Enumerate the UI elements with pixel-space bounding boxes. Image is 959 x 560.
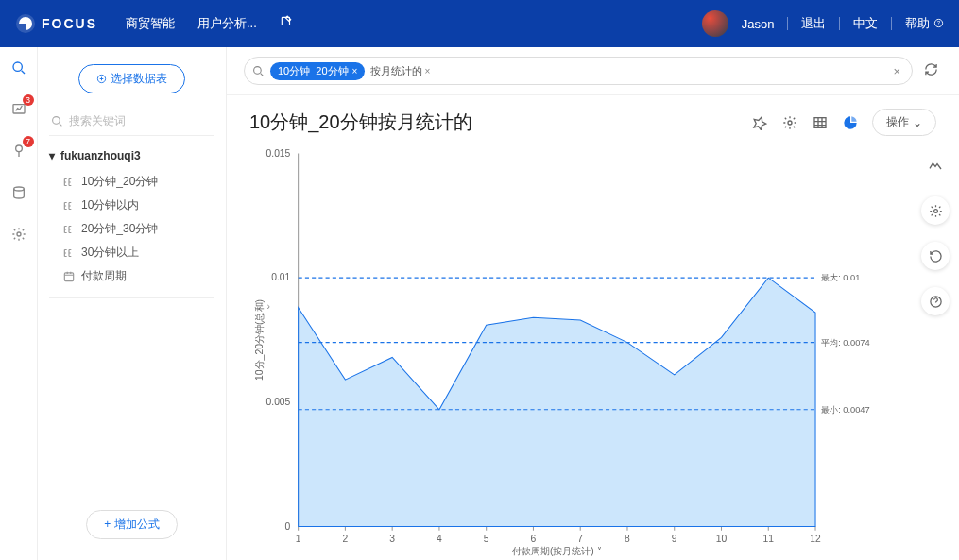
search-icon	[252, 65, 265, 77]
svg-text:7: 7	[577, 534, 583, 544]
tree-item[interactable]: 10分钟以内	[49, 194, 214, 217]
add-formula-button[interactable]: + 增加公式	[86, 510, 177, 539]
divider	[839, 17, 840, 30]
svg-text:?: ?	[937, 20, 940, 25]
sidebar: 选择数据表 ▾ fukuanzhouqi3 10分钟_20分钟 10分钟以内 2…	[38, 47, 227, 560]
calendar-icon	[62, 270, 76, 283]
svg-point-15	[933, 209, 937, 212]
divider	[49, 297, 214, 298]
search-icon	[51, 115, 63, 127]
sidebar-search[interactable]	[49, 110, 214, 136]
line-chart-icon[interactable]	[921, 151, 950, 179]
nav-item-edit-icon[interactable]	[280, 15, 293, 32]
select-table-button[interactable]: 选择数据表	[78, 64, 185, 93]
query-pill[interactable]: 10分钟_20分钟×	[270, 62, 365, 80]
tree-item[interactable]: 30分钟以上	[49, 241, 214, 264]
area-chart[interactable]: 00.0050.010.015123456789101112最大: 0.01平均…	[249, 144, 874, 556]
logout-link[interactable]: 退出	[801, 15, 826, 32]
svg-text:1: 1	[296, 534, 301, 544]
nav-item-user-analytics[interactable]: 用户分析...	[197, 15, 257, 32]
svg-point-10	[53, 116, 60, 124]
svg-text:最大: 0.01: 最大: 0.01	[821, 273, 860, 282]
svg-text:5: 5	[484, 534, 489, 544]
svg-text:4: 4	[437, 534, 442, 544]
svg-point-13	[788, 121, 792, 125]
data-icon[interactable]	[9, 183, 28, 202]
svg-text:11: 11	[763, 534, 775, 544]
brand-text: FOCUS	[42, 16, 97, 31]
page-title: 10分钟_20分钟按月统计的	[249, 110, 472, 135]
measure-icon	[62, 223, 76, 236]
caret-down-icon: ▾	[49, 149, 55, 162]
gear-icon[interactable]	[921, 196, 950, 225]
svg-point-6	[15, 145, 22, 152]
svg-text:10分_20分钟(总和): 10分_20分钟(总和)	[254, 299, 265, 381]
query-chip[interactable]: 按月统计的 ×	[370, 64, 430, 78]
query-bar: 10分钟_20分钟× 按月统计的 × ×	[227, 47, 959, 95]
tree-item[interactable]: 10分钟_20分钟	[49, 170, 214, 194]
tree-item[interactable]: 付款周期	[49, 264, 214, 288]
svg-point-4	[13, 62, 22, 71]
search-input[interactable]	[69, 114, 213, 127]
refresh-icon[interactable]	[920, 59, 942, 83]
chart-icon[interactable]	[842, 114, 859, 131]
table-icon[interactable]	[812, 114, 829, 131]
close-icon[interactable]: ×	[352, 66, 358, 76]
measure-icon	[62, 176, 76, 189]
svg-point-12	[254, 66, 262, 74]
svg-text:0.005: 0.005	[266, 397, 291, 407]
logo[interactable]: FOCUS	[15, 13, 97, 34]
svg-text:›: ›	[267, 301, 270, 312]
svg-point-8	[17, 232, 21, 236]
topbar-right: Jason 退出 中文 帮助 ?	[702, 10, 944, 37]
svg-text:3: 3	[389, 534, 395, 544]
svg-text:付款周期(按月统计)  ˅: 付款周期(按月统计) ˅	[512, 546, 601, 556]
settings-icon[interactable]	[9, 225, 28, 244]
username[interactable]: Jason	[742, 17, 775, 31]
divider	[787, 17, 788, 30]
operations-button[interactable]: 操作 ⌄	[872, 109, 936, 136]
topbar: FOCUS 商贸智能 用户分析... Jason 退出 中文 帮助 ?	[0, 0, 959, 47]
badge: 7	[23, 136, 34, 147]
search-icon[interactable]	[9, 59, 28, 77]
clear-query-icon[interactable]: ×	[893, 64, 904, 78]
help-link[interactable]: 帮助 ?	[905, 15, 944, 32]
logo-icon	[15, 13, 36, 34]
reset-icon[interactable]	[921, 242, 950, 270]
dashboard-icon[interactable]: 3	[9, 100, 28, 119]
tree-table-header[interactable]: ▾ fukuanzhouqi3	[49, 149, 214, 162]
svg-rect-11	[64, 272, 73, 280]
measure-icon	[62, 199, 76, 212]
svg-text:12: 12	[810, 534, 821, 544]
content: 10分钟_20分钟× 按月统计的 × × 10分钟_20分钟按月统计的 操作 ⌄	[227, 47, 959, 560]
query-input-box[interactable]: 10分钟_20分钟× 按月统计的 × ×	[244, 57, 913, 85]
chart-area: 00.0050.010.015123456789101112最大: 0.01平均…	[227, 144, 959, 560]
svg-text:平均: 0.0074: 平均: 0.0074	[821, 338, 869, 348]
title-row: 10分钟_20分钟按月统计的 操作 ⌄	[227, 95, 959, 144]
badge: 3	[23, 94, 34, 106]
top-nav: 商贸智能 用户分析...	[126, 15, 293, 32]
svg-text:2: 2	[343, 534, 349, 544]
svg-text:6: 6	[531, 534, 537, 544]
svg-text:0.01: 0.01	[271, 272, 290, 282]
measure-icon	[62, 246, 76, 260]
svg-text:0: 0	[285, 521, 291, 532]
nav-item-bi[interactable]: 商贸智能	[126, 15, 175, 32]
help-icon[interactable]	[921, 287, 950, 315]
divider	[891, 17, 892, 30]
pin-icon[interactable]: 7	[9, 142, 28, 161]
plus-circle-icon	[96, 74, 107, 84]
svg-text:8: 8	[625, 534, 630, 544]
svg-text:10: 10	[716, 534, 728, 544]
avatar[interactable]	[702, 10, 728, 37]
svg-text:9: 9	[672, 534, 677, 544]
chevron-down-icon: ⌄	[913, 116, 922, 129]
pin-icon[interactable]	[751, 114, 768, 131]
settings-icon[interactable]	[781, 114, 798, 131]
svg-text:最小: 0.0047: 最小: 0.0047	[821, 405, 869, 415]
svg-point-7	[13, 187, 24, 191]
lang-link[interactable]: 中文	[853, 15, 878, 32]
chart-side-tools	[921, 151, 950, 315]
close-icon[interactable]: ×	[424, 66, 430, 76]
tree-item[interactable]: 20分钟_30分钟	[49, 217, 214, 241]
